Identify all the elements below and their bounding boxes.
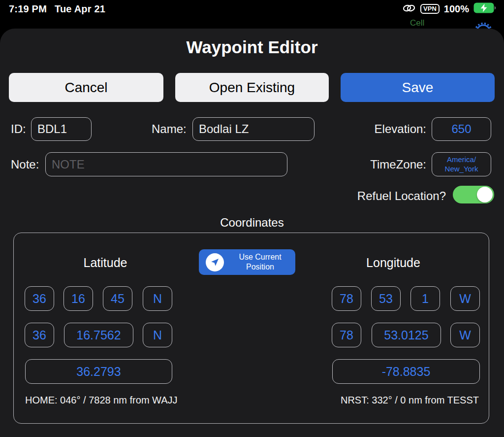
lon-hemisphere-field[interactable]: W bbox=[450, 286, 480, 311]
vpn-badge: VPN bbox=[420, 4, 440, 14]
lon-sec-field[interactable]: 1 bbox=[410, 286, 440, 311]
note-input[interactable] bbox=[45, 152, 287, 176]
save-button[interactable]: Save bbox=[341, 73, 495, 102]
lon-min-field[interactable]: 53 bbox=[371, 286, 401, 311]
screen: 7:19 PM Tue Apr 21 VPN 100% bbox=[0, 0, 504, 437]
lat-deg-field[interactable]: 36 bbox=[25, 286, 54, 311]
latitude-title: Latitude bbox=[32, 256, 179, 270]
lat-decimal-field[interactable]: 36.2793 bbox=[25, 359, 172, 384]
timezone-value-line2: New_York bbox=[445, 165, 478, 174]
nearest-info: NRST: 332° / 0 nm from TESST bbox=[341, 395, 479, 406]
lon-deg-field[interactable]: 78 bbox=[332, 286, 361, 311]
refuel-label: Refuel Location? bbox=[357, 189, 446, 203]
timezone-field[interactable]: America/ New_York bbox=[432, 152, 491, 176]
lon-decimal-field[interactable]: -78.8835 bbox=[332, 359, 480, 384]
timezone-label: TimeZone: bbox=[370, 158, 426, 171]
status-date: Tue Apr 21 bbox=[55, 3, 105, 15]
use-current-position-button[interactable]: Use Current Position bbox=[199, 249, 295, 275]
open-existing-button[interactable]: Open Existing bbox=[175, 73, 329, 102]
lat-min-field[interactable]: 16 bbox=[63, 286, 93, 311]
lat-deg2-field[interactable]: 36 bbox=[25, 323, 54, 347]
ucp-label-line2: Position bbox=[246, 263, 274, 271]
coordinates-heading: Coordinates bbox=[0, 216, 504, 230]
timezone-value-line1: America/ bbox=[447, 155, 476, 165]
note-label: Note: bbox=[11, 158, 39, 171]
lat-hemisphere2-field[interactable]: N bbox=[143, 323, 172, 347]
id-label: ID: bbox=[11, 122, 26, 136]
elevation-field[interactable]: 650 bbox=[432, 117, 491, 141]
status-bar: 7:19 PM Tue Apr 21 VPN 100% bbox=[0, 0, 504, 21]
page-title: Waypoint Editor bbox=[0, 37, 504, 57]
name-input[interactable] bbox=[192, 117, 315, 141]
coordinates-panel: Latitude Use Current Position Longitude … bbox=[13, 233, 489, 424]
name-label: Name: bbox=[152, 122, 187, 136]
link-icon bbox=[402, 4, 416, 14]
id-input[interactable] bbox=[31, 117, 92, 141]
battery-percent: 100% bbox=[444, 3, 469, 15]
ucp-label-line1: Use Current bbox=[239, 253, 281, 261]
toggle-knob bbox=[477, 187, 493, 202]
elevation-label: Elevation: bbox=[375, 122, 426, 136]
navigation-arrow-icon bbox=[206, 253, 224, 271]
lon-deg2-field[interactable]: 78 bbox=[332, 323, 361, 347]
lat-decmin-field[interactable]: 16.7562 bbox=[64, 323, 133, 347]
lat-sec-field[interactable]: 45 bbox=[103, 286, 132, 311]
lat-hemisphere-field[interactable]: N bbox=[143, 286, 172, 311]
refuel-toggle[interactable] bbox=[453, 186, 494, 203]
lon-hemisphere2-field[interactable]: W bbox=[450, 323, 480, 347]
waypoint-editor-modal: Waypoint Editor Cancel Open Existing Sav… bbox=[0, 29, 504, 437]
cancel-button[interactable]: Cancel bbox=[9, 73, 163, 102]
battery-charging-icon bbox=[473, 2, 496, 15]
status-time: 7:19 PM bbox=[9, 3, 47, 15]
home-info: HOME: 046° / 7828 nm from WAJJ bbox=[25, 395, 178, 406]
lon-decmin-field[interactable]: 53.0125 bbox=[372, 323, 441, 347]
longitude-title: Longitude bbox=[319, 256, 467, 270]
